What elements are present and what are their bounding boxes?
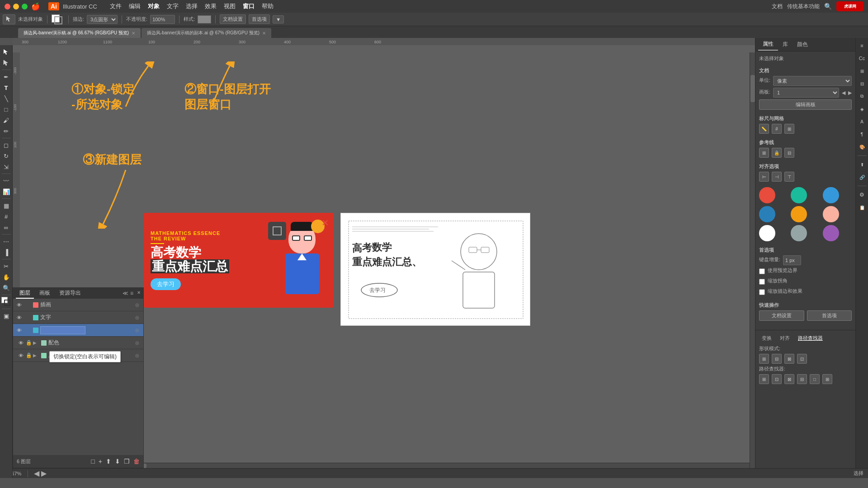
swatch-gray[interactable]	[791, 225, 807, 241]
menu-edit[interactable]: 编辑	[129, 2, 141, 10]
align-icon[interactable]: ⊟	[857, 79, 867, 89]
preferences-btn[interactable]: 首选项	[249, 14, 270, 24]
asset-export-icon[interactable]: ⬆	[857, 160, 867, 169]
blend-tool[interactable]: ∞	[1, 222, 11, 232]
links-icon[interactable]: 🔗	[857, 172, 867, 182]
rotate-tool[interactable]: ↻	[1, 151, 11, 161]
layer-3-target[interactable]: ◎	[135, 340, 142, 345]
menu-window[interactable]: 窗口	[243, 2, 255, 10]
pencil-tool[interactable]: ✏	[1, 126, 11, 136]
pathfinder-tab[interactable]: 路径查找器	[795, 334, 826, 343]
layer-2-target[interactable]: ◎	[135, 328, 142, 333]
layer-4-target[interactable]: ◎	[135, 353, 142, 358]
scale-tool[interactable]: ⇲	[1, 162, 11, 172]
layer-row-3[interactable]: 👁 🔒 ▶ 配色 ◎	[13, 337, 143, 349]
stroke-select[interactable]: 3点圆形	[87, 15, 118, 24]
transform-tab[interactable]: 变换	[759, 334, 774, 343]
panel-close-btn[interactable]: ✕	[137, 290, 141, 296]
panel-collapse-btn[interactable]: ≪	[123, 290, 128, 296]
cc-library-icon[interactable]: Cc	[857, 53, 867, 63]
properties-icon[interactable]: ≡	[857, 41, 867, 51]
menu-help[interactable]: 帮助	[262, 2, 274, 10]
menu-select[interactable]: 选择	[186, 2, 198, 10]
menu-view[interactable]: 视图	[224, 2, 236, 10]
divide-icon[interactable]: ⊞	[759, 374, 769, 384]
color-icon[interactable]: 🎨	[857, 142, 867, 152]
show-guides-icon[interactable]: ⊞	[759, 148, 769, 158]
menu-effect[interactable]: 效果	[205, 2, 217, 10]
show-rulers-icon[interactable]: 📏	[759, 124, 769, 134]
menu-text[interactable]: 文字	[167, 2, 179, 10]
scrollbar-vertical[interactable]	[750, 52, 755, 468]
keyboard-increment-input[interactable]	[783, 255, 801, 265]
change-screen-mode[interactable]: ▣	[1, 311, 11, 321]
rp-tab-library[interactable]: 库	[778, 39, 793, 50]
layer-3-lock[interactable]: 🔒	[25, 340, 33, 346]
line-tool[interactable]: ╲	[1, 94, 11, 103]
collect-in-new-layer-btn[interactable]: ❐	[124, 458, 130, 465]
fill-stroke-tool[interactable]	[1, 297, 11, 307]
layer-2-name-input[interactable]	[40, 326, 85, 334]
menu-object[interactable]: 对象	[148, 2, 160, 10]
selection-tool-btn[interactable]	[3, 14, 15, 24]
symbol-tool[interactable]: ⋯	[1, 236, 11, 246]
layer-1-visibility[interactable]: 👁	[15, 315, 23, 320]
lock-guides-icon[interactable]: 🔒	[772, 148, 782, 158]
tab-1[interactable]: 插边风-banner演示稿的副本.ai @ 67% (RGB/GPU 预览) ✕	[142, 28, 271, 38]
swatch-purple[interactable]	[823, 225, 839, 241]
layer-3-visibility[interactable]: 👁	[17, 340, 25, 346]
layer-2-visibility[interactable]: 👁	[15, 328, 23, 333]
warp-tool[interactable]: 〰	[1, 176, 11, 186]
tab-0[interactable]: 插边风-banner演示稿.ai @ 66.67% (RGB/GPU 预览) ✕	[18, 28, 141, 38]
snap-preview-checkbox[interactable]	[759, 268, 765, 274]
more-options-btn[interactable]: ▼	[273, 15, 284, 23]
layers-panel-icon[interactable]: 📋	[857, 202, 867, 212]
layer-3-expand[interactable]: ▶	[33, 340, 39, 345]
align-center-icon[interactable]: ⊣	[772, 172, 782, 182]
paintbrush-tool[interactable]: 🖌	[1, 115, 11, 125]
direct-selection-tool[interactable]	[1, 58, 11, 68]
maximize-button[interactable]	[22, 4, 28, 9]
artboard-prev[interactable]: ◀	[842, 90, 845, 96]
style-swatch[interactable]	[198, 15, 211, 23]
layer-2-name[interactable]	[40, 326, 135, 334]
make-layer-mask-btn[interactable]: □	[91, 458, 94, 465]
layer-row-1[interactable]: 👁 文字 ◎	[13, 311, 143, 324]
slice-tool[interactable]: ✂	[1, 261, 11, 271]
rp-tab-color[interactable]: 颜色	[793, 39, 812, 50]
doc-settings-btn[interactable]: 文档设置	[220, 14, 246, 24]
minus-back-icon[interactable]: ⊞	[822, 374, 832, 384]
doc-settings-action-btn[interactable]: 文档设置	[759, 310, 804, 321]
layer-tab-artboards[interactable]: 画板	[36, 288, 54, 299]
snap-guides-icon[interactable]: ⊟	[784, 148, 794, 158]
unite-icon[interactable]: ⊞	[759, 354, 769, 364]
rp-tab-properties[interactable]: 属性	[758, 38, 778, 51]
hand-tool[interactable]: ✋	[1, 272, 11, 282]
layer-4-expand[interactable]: ▶	[33, 353, 39, 358]
paragraph-icon[interactable]: ¶	[857, 129, 867, 139]
align-left-icon[interactable]: ⊢	[759, 172, 769, 182]
crop-icon[interactable]: ⊟	[797, 374, 807, 384]
artboard-next[interactable]: ▶	[848, 90, 852, 96]
menu-file[interactable]: 文件	[110, 2, 122, 10]
panel-menu-btn[interactable]: ≡	[130, 290, 133, 296]
swatch-teal[interactable]	[791, 187, 807, 203]
layer-4-visibility[interactable]: 👁	[17, 353, 25, 358]
scale-corners-checkbox[interactable]	[759, 279, 765, 285]
shape-tool[interactable]: □	[1, 104, 11, 114]
fill-stroke-indicator[interactable]	[52, 14, 64, 24]
layer-row-2[interactable]: 👁 ◎	[13, 324, 143, 337]
opacity-input[interactable]	[150, 15, 175, 24]
zoom-tool[interactable]: 🔍	[1, 283, 11, 293]
close-button[interactable]	[5, 4, 10, 9]
tab-0-close[interactable]: ✕	[132, 31, 135, 36]
zoom-out-btn[interactable]: ◀	[34, 469, 39, 478]
appearance-icon[interactable]: ◈	[857, 104, 867, 114]
layer-0-target[interactable]: ◎	[135, 302, 142, 307]
gradient-tool[interactable]: ▦	[1, 201, 11, 211]
align-tab[interactable]: 对齐	[777, 334, 793, 343]
settings-gear-icon[interactable]: ⚙	[857, 190, 867, 200]
show-grid-icon[interactable]: #	[772, 124, 782, 134]
layer-1-target[interactable]: ◎	[135, 315, 142, 320]
move-selection-btn[interactable]: ⬇	[115, 458, 120, 465]
